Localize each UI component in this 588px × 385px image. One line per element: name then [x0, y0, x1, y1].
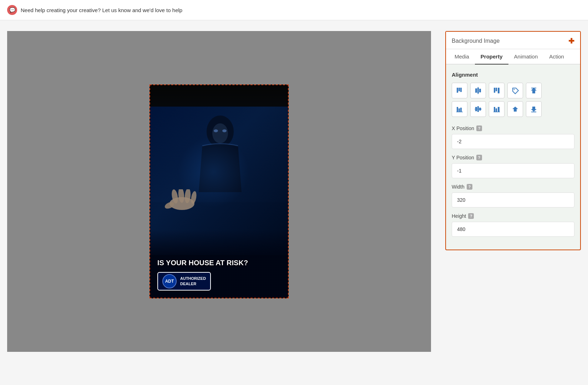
svg-rect-19: [498, 88, 500, 93]
adt-logo-circle: ADT: [162, 274, 177, 288]
properties-panel: Background Image ✚ Media Property Animat…: [445, 31, 581, 250]
alignment-row-2: [452, 101, 574, 117]
svg-rect-25: [460, 108, 462, 112]
width-label: Width ?: [452, 184, 574, 190]
tab-property[interactable]: Property: [475, 49, 508, 65]
align-center-v-button[interactable]: [470, 101, 486, 117]
align-bottom-left-button[interactable]: [452, 101, 467, 117]
svg-rect-15: [479, 89, 481, 92]
svg-rect-12: [460, 88, 462, 92]
notification-bar: 💬 Need help creating your creative? Let …: [0, 0, 588, 20]
alignment-row-1: [452, 83, 574, 98]
svg-rect-17: [494, 88, 495, 93]
panel-title: Background Image: [452, 38, 500, 44]
svg-rect-18: [496, 88, 497, 91]
align-send-back-button[interactable]: [526, 83, 542, 98]
height-group: Height ?: [452, 213, 574, 237]
align-bottom-right-button[interactable]: [489, 101, 505, 117]
ad-headline: IS YOUR HOUSE AT RISK?: [157, 259, 248, 267]
svg-marker-21: [531, 88, 537, 93]
panel-content: Alignment: [446, 65, 580, 250]
align-top-left-button[interactable]: [452, 83, 467, 98]
align-bring-forward-button[interactable]: [507, 101, 523, 117]
y-position-label: Y Position ?: [452, 155, 574, 160]
main-area: ↺: [0, 20, 588, 363]
ad-preview[interactable]: ↺: [149, 84, 289, 298]
alignment-label: Alignment: [452, 72, 574, 78]
width-group: Width ?: [452, 184, 574, 207]
x-position-group: X Position ?: [452, 125, 574, 149]
blue-glow: [178, 136, 249, 207]
chat-icon: 💬: [7, 5, 17, 15]
x-position-help[interactable]: ?: [476, 125, 482, 131]
panel-header: Background Image ✚: [446, 32, 580, 49]
x-position-label: X Position ?: [452, 125, 574, 131]
height-label: Height ?: [452, 213, 574, 219]
svg-point-20: [514, 89, 515, 90]
panel-close-button[interactable]: ✚: [568, 37, 574, 45]
y-position-group: Y Position ?: [452, 155, 574, 178]
svg-rect-10: [457, 88, 458, 93]
height-help[interactable]: ?: [468, 213, 474, 219]
svg-marker-35: [512, 107, 518, 112]
align-tag-button[interactable]: [507, 83, 523, 98]
ad-text-area: IS YOUR HOUSE AT RISK? ADT AUTHORIZEDDEA…: [150, 230, 288, 298]
svg-rect-13: [475, 88, 477, 93]
alignment-grid: [452, 83, 574, 117]
svg-point-9: [222, 129, 227, 132]
y-position-input[interactable]: [452, 163, 574, 178]
svg-rect-24: [458, 108, 460, 112]
svg-rect-31: [494, 107, 495, 112]
ad-background: IS YOUR HOUSE AT RISK? ADT AUTHORIZEDDEA…: [150, 85, 288, 298]
notification-text: Need help creating your creative? Let us…: [21, 7, 182, 13]
svg-marker-36: [531, 107, 537, 112]
svg-rect-23: [457, 107, 458, 112]
tab-media[interactable]: Media: [449, 49, 475, 65]
x-position-input[interactable]: [452, 134, 574, 149]
panel-tabs: Media Property Animation Action: [446, 49, 580, 65]
canvas-area: ↺: [7, 31, 431, 352]
y-position-help[interactable]: ?: [476, 155, 482, 160]
svg-rect-11: [458, 88, 460, 91]
align-down-button[interactable]: [526, 101, 542, 117]
width-help[interactable]: ?: [467, 184, 472, 190]
svg-rect-33: [498, 107, 500, 112]
tab-animation[interactable]: Animation: [508, 49, 544, 65]
align-top-right-button[interactable]: [489, 83, 505, 98]
height-input[interactable]: [452, 222, 574, 237]
align-center-h-button[interactable]: [470, 83, 486, 98]
adt-authorized-text: AUTHORIZEDDEALER: [180, 276, 206, 287]
tab-action[interactable]: Action: [543, 49, 570, 65]
adt-badge: ADT AUTHORIZEDDEALER: [157, 272, 211, 291]
width-input[interactable]: [452, 192, 574, 207]
svg-rect-32: [496, 108, 497, 112]
svg-point-8: [214, 129, 218, 132]
